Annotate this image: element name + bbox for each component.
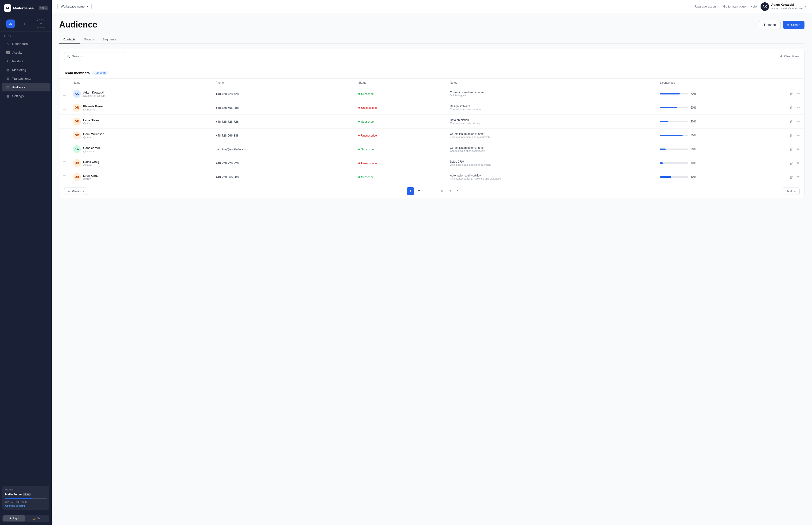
prev-arrow-icon: ←: [68, 190, 71, 193]
edit-icon[interactable]: ✏: [796, 160, 801, 166]
user-chevron-icon: ▾: [805, 5, 806, 8]
table-row: OR Drew Cano @drew +48 728 666 888 Subsc…: [59, 170, 804, 184]
table-card: 🔍 ⊗ Clear filters Team members 100 users: [59, 49, 805, 198]
edit-icon[interactable]: ✏: [796, 118, 801, 124]
go-to-main-page-link[interactable]: Go to main page: [723, 5, 746, 8]
contact-avatar: OR: [73, 131, 81, 139]
contact-avatar: OR: [73, 173, 81, 181]
license-cell: 30%: [657, 115, 785, 129]
sidebar: M MailerSense 1.12.4 ✉ ⊞ + EMAIL ⌂ Dashb…: [0, 0, 52, 525]
help-link[interactable]: Help: [750, 5, 757, 8]
theme-dark-btn[interactable]: 🌙 Dark: [26, 515, 49, 522]
row-checkbox-cell: [59, 101, 70, 115]
row-actions: 🗑 ✏: [789, 132, 801, 138]
delete-icon[interactable]: 🗑: [789, 174, 794, 180]
page-2[interactable]: 2: [415, 187, 423, 195]
usage-bar: [5, 498, 47, 499]
grid-tab-icon[interactable]: ⊞: [21, 19, 30, 28]
row-checkbox-cell: [59, 87, 70, 101]
contact-handle: @drew: [83, 177, 98, 180]
contacts-tbody: AK Adam Kowalski adamk@gmail.com +48 728…: [59, 87, 804, 184]
table-row: OR Demi Wilkinson @demi +48 728 666 888 …: [59, 129, 804, 142]
status-badge: Unsubscribe: [358, 162, 377, 165]
header-actions: ⬇ Import ⊕ Create: [759, 21, 805, 29]
page-9[interactable]: 9: [446, 187, 454, 195]
activity-icon: 📈: [6, 50, 10, 54]
edit-icon[interactable]: ✏: [796, 91, 801, 97]
upgrade-account-link[interactable]: Upgrade account: [5, 504, 47, 507]
progress-bg: [660, 176, 688, 178]
sidebar-item-product[interactable]: ✦ Product: [2, 57, 50, 65]
upgrade-account-topbar-link[interactable]: Upgrade account: [695, 5, 719, 8]
dashboard-icon: ⌂: [6, 42, 10, 46]
row-checkbox-2[interactable]: [63, 120, 66, 123]
header-checkbox-cell: [59, 78, 70, 87]
notes-main: Sales CRM: [450, 160, 654, 163]
logo-icon: M: [4, 4, 11, 12]
sidebar-item-transactional[interactable]: ▤ Transactional: [2, 74, 50, 83]
edit-icon[interactable]: ✏: [796, 146, 801, 152]
sidebar-item-marketing[interactable]: ▤ Marketing: [2, 65, 50, 74]
col-name: Name: [70, 78, 212, 87]
user-area[interactable]: AK Adam Kowalski adam.kowalski@gmail.com…: [761, 2, 806, 11]
delete-icon[interactable]: 🗑: [789, 105, 794, 111]
status-badge: Unsubscribe: [358, 134, 377, 137]
delete-icon[interactable]: 🗑: [789, 160, 794, 166]
search-input[interactable]: [64, 52, 125, 60]
status-cell: Subscribe: [355, 142, 447, 156]
mail-tab-icon[interactable]: ✉: [6, 19, 15, 28]
edit-icon[interactable]: ✏: [796, 105, 801, 111]
edit-icon[interactable]: ✏: [796, 174, 801, 180]
sidebar-item-activity[interactable]: 📈 Activity: [2, 48, 50, 57]
notes-cell: Corem ipsum dolor sit amet Connect web a…: [447, 142, 657, 156]
tab-groups[interactable]: Groups: [80, 35, 98, 44]
clear-filters-button[interactable]: ⊗ Clear filters: [780, 55, 799, 58]
select-all-checkbox[interactable]: [63, 81, 66, 84]
workspace-selector[interactable]: Workspace name ▾: [57, 3, 92, 10]
tab-segments[interactable]: Segments: [98, 35, 121, 44]
row-checkbox-3[interactable]: [63, 134, 66, 137]
delete-icon[interactable]: 🗑: [789, 91, 794, 97]
sidebar-item-dashboard[interactable]: ⌂ Dashboard: [2, 40, 50, 48]
row-actions: 🗑 ✏: [789, 105, 801, 111]
progress-pct: 70%: [691, 92, 698, 95]
delete-icon[interactable]: 🗑: [789, 146, 794, 152]
next-label: Next: [785, 190, 792, 193]
table-row: AK Adam Kowalski adamk@gmail.com +48 728…: [59, 87, 804, 101]
row-actions-cell: 🗑 ✏: [785, 156, 804, 170]
delete-icon[interactable]: 🗑: [789, 133, 794, 138]
progress-fill: [660, 121, 669, 122]
add-workspace-icon[interactable]: +: [37, 19, 45, 28]
theme-toggle: ☀ Light 🌙 Dark: [2, 515, 49, 522]
theme-light-btn[interactable]: ☀ Light: [3, 515, 25, 522]
notes-cell: Corem ipsum dolor sit amet Ddipiscing el…: [447, 87, 657, 101]
row-checkbox-6[interactable]: [63, 175, 66, 179]
row-checkbox-4[interactable]: [63, 148, 66, 151]
status-cell: Unsubscribe: [355, 101, 447, 115]
row-checkbox-0[interactable]: [63, 92, 66, 96]
tab-contacts[interactable]: Contacts: [59, 35, 80, 44]
usage-bar-fill: [5, 498, 32, 499]
page-1[interactable]: 1: [407, 187, 414, 195]
row-checkbox-5[interactable]: [63, 162, 66, 165]
page-3[interactable]: 3: [424, 187, 431, 195]
notes-main: Corem ipsum dolor sit amet: [450, 146, 654, 149]
license-progress: 40%: [660, 175, 782, 179]
notes-main: Design software: [450, 105, 654, 108]
col-status[interactable]: Status ↓: [355, 78, 447, 87]
row-checkbox-1[interactable]: [63, 106, 66, 109]
delete-icon[interactable]: 🗑: [789, 119, 794, 124]
table-row: OR Lana Steiner @lana +48 728 728 728 Su…: [59, 115, 804, 129]
create-button[interactable]: ⊕ Create: [783, 21, 805, 29]
sidebar-item-settings[interactable]: ▤ Settings: [2, 92, 50, 100]
next-button[interactable]: Next →: [782, 188, 799, 195]
license-cell: 60%: [657, 101, 785, 115]
sort-icon: ↓: [368, 81, 369, 84]
progress-pct: 10%: [691, 162, 698, 165]
import-button[interactable]: ⬇ Import: [759, 21, 781, 29]
page-8[interactable]: 8: [438, 187, 445, 195]
page-10[interactable]: 10: [455, 187, 462, 195]
edit-icon[interactable]: ✏: [796, 132, 801, 138]
sidebar-item-audience[interactable]: ▤ Audience: [2, 83, 50, 91]
previous-button[interactable]: ← Previous: [64, 188, 88, 195]
